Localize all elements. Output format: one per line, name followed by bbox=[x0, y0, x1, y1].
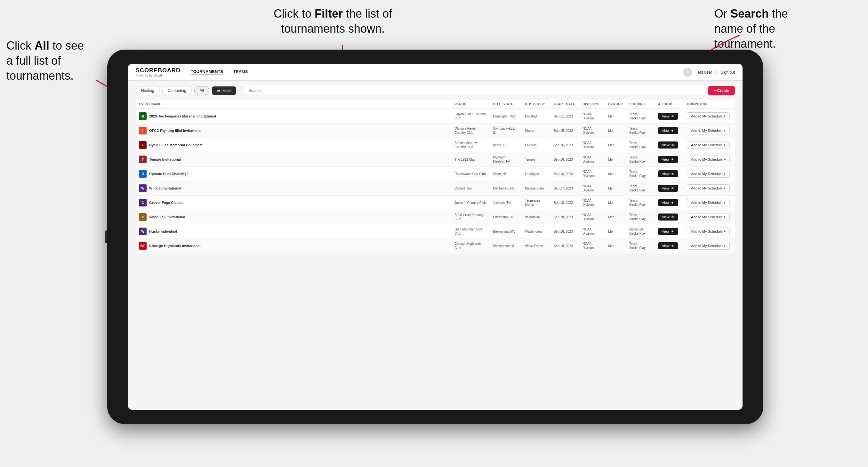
view-button[interactable]: View 👁 bbox=[658, 156, 678, 163]
cell-venue: Gold Mountain Golf Club bbox=[451, 224, 490, 239]
cell-competing: Add to My Schedule + bbox=[684, 210, 735, 224]
cell-city: Westchester, IL bbox=[490, 239, 522, 253]
cell-actions: View 👁 bbox=[655, 109, 684, 124]
add-to-schedule-button[interactable]: Add to My Schedule + bbox=[687, 127, 730, 134]
cell-hosted: Washington bbox=[522, 224, 551, 239]
eye-icon: 👁 bbox=[671, 215, 674, 219]
cell-hosted: Valparaiso bbox=[522, 210, 551, 224]
add-to-schedule-button[interactable]: Add to My Schedule + bbox=[687, 213, 730, 221]
cell-division: NCAADivision I bbox=[579, 181, 605, 195]
table-row: WF Chicago Highlands Invitational Chicag… bbox=[136, 239, 735, 253]
cell-date: Sep 16, 2023 bbox=[551, 152, 579, 167]
view-button[interactable]: View 👁 bbox=[658, 199, 678, 206]
cell-date: Sep 18, 2023 bbox=[551, 239, 579, 253]
add-to-schedule-button[interactable]: Add to My Schedule + bbox=[687, 156, 730, 163]
search-input[interactable] bbox=[244, 86, 706, 95]
cell-division: NCAADivision I bbox=[579, 239, 605, 253]
add-to-schedule-button[interactable]: Add to My Schedule + bbox=[687, 227, 730, 235]
cell-venue: Sand Creek Country Club bbox=[451, 210, 490, 224]
cell-competing: Add to My Schedule + bbox=[684, 152, 735, 167]
cell-date: Sep 11, 2023 bbox=[551, 109, 579, 124]
cell-hosted: Kansas State bbox=[522, 181, 551, 195]
cell-event-name: W Husky Individual bbox=[136, 224, 451, 239]
eye-icon: 👁 bbox=[671, 158, 674, 161]
add-to-schedule-button[interactable]: Add to My Schedule + bbox=[687, 141, 730, 149]
team-logo: G bbox=[139, 199, 147, 207]
eye-icon: 👁 bbox=[671, 144, 674, 147]
cell-city: Chesterton, IN bbox=[490, 210, 522, 224]
view-button[interactable]: View 👁 bbox=[658, 228, 678, 235]
cell-scoring: Team,Stroke Play bbox=[626, 124, 655, 138]
add-to-schedule-button[interactable]: Add to My Schedule + bbox=[687, 242, 730, 250]
cell-scoring: Team,Stroke Play bbox=[626, 109, 655, 124]
filter-button[interactable]: ☰ Filter bbox=[212, 86, 236, 95]
event-name-text: Chicago Highlands Invitational bbox=[149, 244, 201, 248]
annotation-search: Or Search thename of thetournament. bbox=[714, 6, 849, 51]
table-row: W Husky Individual Gold Mountain Golf Cl… bbox=[136, 224, 735, 239]
logo-text: SCOREBOARD bbox=[136, 67, 181, 74]
annotation-filter: Click to Filter the list oftournaments s… bbox=[224, 6, 442, 36]
table-row: G Grover Page Classic Jackson Country Cl… bbox=[136, 195, 735, 210]
cell-actions: View 👁 bbox=[655, 210, 684, 224]
add-to-schedule-button[interactable]: Add to My Schedule + bbox=[687, 184, 730, 192]
view-button[interactable]: View 👁 bbox=[658, 127, 678, 134]
event-name-text: Temple Invitational bbox=[149, 157, 181, 161]
event-name-text: Husky Individual bbox=[149, 229, 177, 234]
cell-hosted: Tennessee-Martin bbox=[522, 195, 551, 210]
cell-gender: Men bbox=[605, 239, 626, 253]
content-area: Hosting Competing All ☰ Filter + Create bbox=[128, 81, 743, 410]
cell-city: Berlin, CT bbox=[490, 138, 522, 152]
cell-city: Jackson, TN bbox=[490, 195, 522, 210]
cell-competing: Add to My Schedule + bbox=[684, 167, 735, 181]
view-button[interactable]: View 👁 bbox=[658, 170, 678, 177]
view-button[interactable]: View 👁 bbox=[658, 242, 678, 249]
col-header-competing: COMPETING bbox=[684, 100, 735, 109]
cell-gender: Men bbox=[605, 167, 626, 181]
cell-event-name: I OFCC Fighting Illini Invitational bbox=[136, 124, 451, 138]
view-button[interactable]: View 👁 bbox=[658, 214, 678, 221]
search-input-wrap bbox=[244, 86, 706, 95]
cell-city: Olympia Fields, IL bbox=[490, 124, 522, 138]
view-button[interactable]: View 👁 bbox=[658, 113, 678, 120]
team-logo: WF bbox=[139, 242, 147, 250]
logo-area: SCOREBOARD Powered by clippd bbox=[136, 67, 181, 77]
cell-competing: Add to My Schedule + bbox=[684, 181, 735, 195]
eye-icon: 👁 bbox=[671, 244, 674, 248]
tab-competing[interactable]: Competing bbox=[162, 86, 192, 95]
cell-gender: Men bbox=[605, 152, 626, 167]
cell-scoring: Team,Stroke Play bbox=[626, 181, 655, 195]
cell-hosted: Le Moyne bbox=[522, 167, 551, 181]
cell-gender: Men bbox=[605, 181, 626, 195]
team-logo: I bbox=[139, 127, 147, 134]
tab-hosting[interactable]: Hosting bbox=[136, 86, 160, 95]
cell-event-name: V Valpo Fall Invitational bbox=[136, 210, 451, 224]
tournaments-table-wrap: EVENT NAME VENUE CITY, STATE HOSTED BY S… bbox=[136, 100, 735, 405]
cell-division: NCAADivision I bbox=[579, 124, 605, 138]
add-to-schedule-button[interactable]: Add to My Schedule + bbox=[687, 112, 730, 120]
cell-actions: View 👁 bbox=[655, 138, 684, 152]
nav-signout[interactable]: Sign out bbox=[721, 70, 735, 74]
view-button[interactable]: View 👁 bbox=[658, 142, 678, 149]
cell-gender: Men bbox=[605, 210, 626, 224]
event-name-text: Valpo Fall Invitational bbox=[149, 215, 185, 219]
create-button[interactable]: + Create bbox=[708, 86, 735, 95]
cell-gender: Men bbox=[605, 124, 626, 138]
team-logo: V bbox=[139, 213, 147, 221]
nav-link-teams[interactable]: TEAMS bbox=[233, 69, 248, 75]
cell-actions: View 👁 bbox=[655, 167, 684, 181]
cell-hosted: Wake Forest bbox=[522, 239, 551, 253]
cell-date: Sep 16, 2023 bbox=[551, 167, 579, 181]
cell-gender: Men bbox=[605, 109, 626, 124]
cell-division: NCAADivision I bbox=[579, 109, 605, 124]
cell-date: Sep 18, 2023 bbox=[551, 210, 579, 224]
add-to-schedule-button[interactable]: Add to My Schedule + bbox=[687, 199, 730, 207]
add-to-schedule-button[interactable]: Add to My Schedule + bbox=[687, 170, 730, 178]
table-row: U Upstate Dual Challenge Ravenwood Golf … bbox=[136, 167, 735, 181]
cell-city: Bremerton, WA bbox=[490, 224, 522, 239]
nav-link-tournaments[interactable]: TOURNAMENTS bbox=[191, 69, 223, 75]
logo-sub: Powered by clippd bbox=[136, 74, 181, 77]
cell-scoring: Individual,Stroke Play bbox=[626, 224, 655, 239]
table-row: I OFCC Fighting Illini Invitational Olym… bbox=[136, 124, 735, 138]
view-button[interactable]: View 👁 bbox=[658, 185, 678, 192]
tab-all[interactable]: All bbox=[194, 86, 209, 95]
